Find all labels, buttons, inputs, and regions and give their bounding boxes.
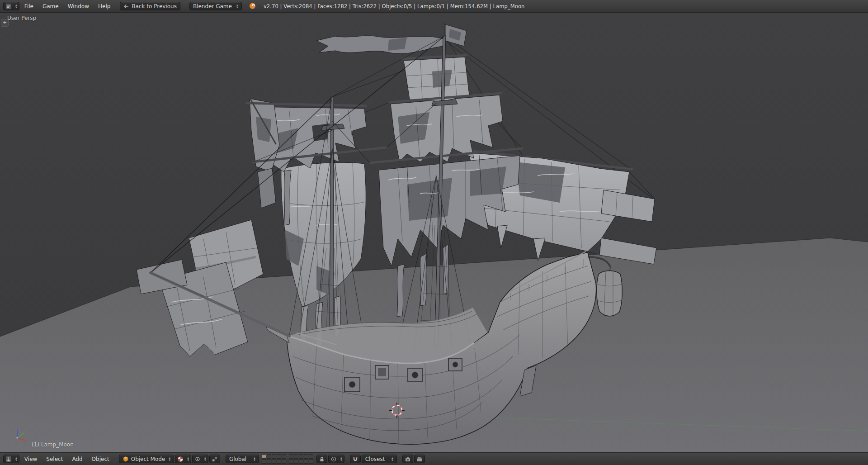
menu-help[interactable]: Help — [94, 2, 114, 11]
layer-group-1 — [262, 454, 287, 464]
proportional-edit-icon — [330, 456, 337, 462]
layer-toggle[interactable] — [282, 454, 286, 459]
layer-toggle[interactable] — [309, 454, 313, 459]
opengl-render-anim-icon — [416, 456, 423, 462]
layers-widget — [262, 454, 314, 464]
back-arrow-icon — [123, 4, 129, 9]
layer-group-2 — [289, 454, 314, 464]
scene-statistics: v2.70 | Verts:2084 | Faces:1282 | Tris:2… — [264, 3, 525, 9]
dropdown-arrows-icon: ▲▼ — [254, 457, 255, 461]
layer-toggle[interactable] — [282, 459, 286, 464]
3d-view-editor-icon — [5, 456, 12, 462]
layer-toggle[interactable] — [267, 459, 271, 464]
editor-type-button[interactable]: ▲▼ — [3, 2, 19, 10]
active-object-label: (1) Lamp_Moon — [32, 441, 74, 448]
layer-toggle[interactable] — [299, 459, 303, 464]
layer-toggle[interactable] — [289, 459, 293, 464]
info-header: ▲▼ File Game Window Help Back to Previou… — [0, 0, 868, 13]
menu-window[interactable]: Window — [64, 2, 93, 11]
mode-select[interactable]: Object Mode ▲▼ — [119, 455, 174, 463]
viewport-3d-scene[interactable] — [0, 13, 868, 452]
proportional-edit-select[interactable]: ▲▼ — [328, 455, 344, 463]
snap-magnet-icon — [352, 456, 359, 462]
layer-toggle[interactable] — [262, 454, 266, 459]
pivot-point-icon — [194, 456, 201, 462]
viewport-shading-select[interactable]: ▲▼ — [175, 455, 191, 463]
lock-layers-toggle[interactable] — [316, 455, 327, 463]
layer-toggle[interactable] — [299, 454, 303, 459]
layer-toggle[interactable] — [277, 454, 281, 459]
dropdown-arrows-icon: ▲▼ — [392, 457, 393, 461]
lock-icon — [319, 456, 325, 462]
pivot-align-toggle[interactable] — [209, 455, 220, 463]
dropdown-arrows-icon: ▲▼ — [340, 457, 342, 461]
layer-toggle[interactable] — [267, 454, 271, 459]
menu-file[interactable]: File — [20, 2, 38, 11]
view-name-label: User Persp — [7, 15, 36, 21]
layer-toggle[interactable] — [262, 459, 266, 464]
viewport-shading-sphere-icon — [177, 456, 184, 462]
pivot-align-icon — [212, 456, 218, 462]
opengl-render-button[interactable] — [402, 455, 413, 463]
menu-select[interactable]: Select — [42, 455, 67, 464]
layer-toggle[interactable] — [272, 459, 276, 464]
dropdown-arrows-icon: ▲▼ — [204, 457, 206, 461]
opengl-render-still-icon — [405, 456, 411, 462]
dropdown-arrows-icon: ▲▼ — [15, 4, 17, 9]
back-to-previous-button[interactable]: Back to Previous — [120, 2, 180, 10]
layer-toggle[interactable] — [304, 454, 308, 459]
layer-toggle[interactable] — [277, 459, 281, 464]
dropdown-arrows-icon: ▲▼ — [15, 457, 17, 461]
editor-type-button[interactable]: ▲▼ — [3, 455, 19, 463]
layer-toggle[interactable] — [294, 454, 298, 459]
layer-toggle[interactable] — [289, 454, 293, 459]
dropdown-arrows-icon: ▲▼ — [236, 4, 238, 9]
pivot-point-select[interactable]: ▲▼ — [192, 455, 208, 463]
dropdown-arrows-icon: ▲▼ — [169, 457, 170, 461]
toolshelf-expand-button[interactable]: + — [1, 19, 9, 27]
dropdown-arrows-icon: ▲▼ — [187, 457, 189, 461]
transform-orientation-select[interactable]: Global ▲▼ — [226, 455, 259, 463]
layer-toggle[interactable] — [272, 454, 276, 459]
snap-toggle[interactable] — [350, 455, 361, 463]
3d-view-header: ▲▼ View Select Add Object Object Mode ▲▼… — [0, 452, 868, 465]
menu-view[interactable]: View — [20, 455, 41, 464]
blender-window: ▲▼ File Game Window Help Back to Previou… — [0, 0, 868, 465]
layer-toggle[interactable] — [294, 459, 298, 464]
menu-object[interactable]: Object — [88, 455, 113, 464]
3d-viewport[interactable]: User Persp (1) Lamp_Moon + — [0, 13, 868, 452]
object-mode-cube-icon — [123, 456, 129, 462]
snap-element-select[interactable]: Closest ▲▼ — [362, 455, 397, 463]
layer-toggle[interactable] — [309, 459, 313, 464]
render-engine-select[interactable]: Blender Game ▲▼ — [189, 2, 242, 10]
opengl-render-anim-button[interactable] — [414, 455, 425, 463]
layer-toggle[interactable] — [304, 459, 308, 464]
blender-logo-icon — [247, 2, 257, 11]
menu-game[interactable]: Game — [38, 2, 63, 11]
info-editor-icon — [5, 3, 12, 9]
menu-add[interactable]: Add — [68, 455, 86, 464]
